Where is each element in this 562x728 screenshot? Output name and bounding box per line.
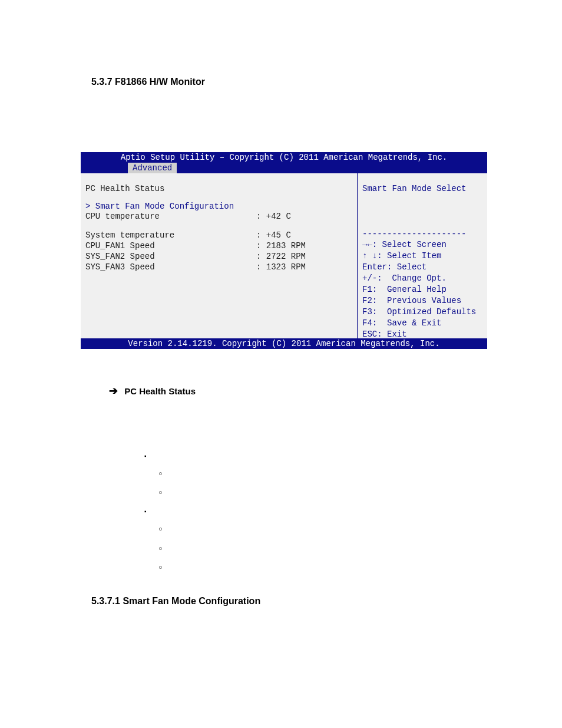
value-cpu-fan1: : 2183 RPM	[256, 241, 306, 251]
tab-advanced[interactable]: Advanced	[128, 163, 177, 173]
bios-screenshot: Aptio Setup Utility – Copyright (C) 2011…	[81, 152, 487, 349]
list-item	[158, 467, 485, 479]
bullet-block	[144, 450, 485, 572]
row-sys-fan3: SYS_FAN3 Speed : 1323 RPM	[85, 262, 352, 272]
value-sys-temp: : +45 C	[256, 230, 291, 241]
bios-body: PC Health Status > Smart Fan Mode Config…	[81, 173, 487, 338]
help-f2: F2: Previous Values	[362, 295, 482, 307]
list-item	[158, 562, 485, 573]
help-f3: F3: Optimized Defaults	[362, 307, 482, 318]
bios-left-pane: PC Health Status > Smart Fan Mode Config…	[81, 173, 358, 338]
pc-health-bullet-text: PC Health Status	[124, 386, 196, 396]
row-cpu-temp: CPU temperature : +42 C	[85, 211, 352, 222]
pc-health-bullet-heading: ➔ PC Health Status	[104, 384, 485, 397]
list-item	[144, 506, 485, 572]
bios-right-pane: Smart Fan Mode Select ------------------…	[358, 173, 487, 338]
label-cpu-temp: CPU temperature	[85, 211, 256, 222]
list-item	[158, 523, 485, 534]
help-divider: ---------------------	[362, 229, 482, 239]
list-item	[158, 542, 485, 554]
smart-fan-menu-item[interactable]: > Smart Fan Mode Configuration	[85, 202, 352, 211]
row-sys-temp: System temperature : +45 C	[85, 230, 352, 241]
row-cpu-fan1: CPU_FAN1 Speed : 2183 RPM	[85, 241, 352, 251]
list-item	[144, 450, 485, 498]
pc-health-status-label: PC Health Status	[85, 184, 352, 193]
label-sys-fan2: SYS_FAN2 Speed	[85, 251, 256, 262]
help-select-item: ↑ ↓: Select Item	[362, 251, 482, 262]
value-sys-fan3: : 1323 RPM	[256, 262, 306, 272]
value-sys-fan2: : 2722 RPM	[256, 251, 306, 262]
help-change-opt: +/-: Change Opt.	[362, 273, 482, 284]
sub-section-title: 5.3.7.1 Smart Fan Mode Configuration	[91, 596, 485, 607]
help-f1: F1: General Help	[362, 284, 482, 295]
section-title: 5.3.7 F81866 H/W Monitor	[91, 77, 485, 87]
document-page: 5.3.7 F81866 H/W Monitor Aptio Setup Uti…	[0, 0, 562, 642]
value-cpu-temp: : +42 C	[256, 211, 291, 222]
label-cpu-fan1: CPU_FAN1 Speed	[85, 241, 256, 251]
bios-tab-row: Advanced	[81, 163, 487, 173]
help-title: Smart Fan Mode Select	[362, 184, 482, 193]
label-sys-temp: System temperature	[85, 230, 256, 241]
help-select-screen: →←: Select Screen	[362, 239, 482, 251]
help-enter: Enter: Select	[362, 262, 482, 273]
help-f4: F4: Save & Exit	[362, 318, 482, 329]
arrow-right-icon: ➔	[104, 384, 122, 397]
bios-footer: Version 2.14.1219. Copyright (C) 2011 Am…	[81, 338, 487, 349]
bios-header: Aptio Setup Utility – Copyright (C) 2011…	[81, 152, 487, 163]
label-sys-fan3: SYS_FAN3 Speed	[85, 262, 256, 272]
list-item	[158, 487, 485, 498]
row-sys-fan2: SYS_FAN2 Speed : 2722 RPM	[85, 251, 352, 262]
